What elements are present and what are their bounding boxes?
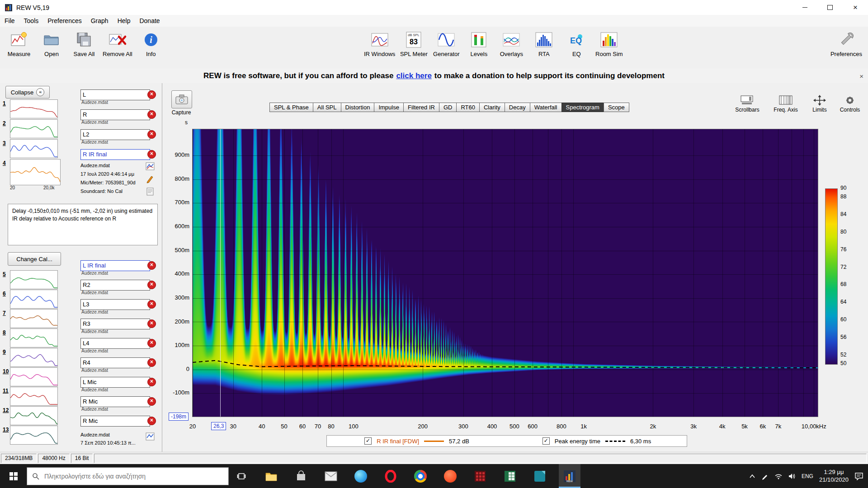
delete-measurement-button[interactable]: ×	[147, 281, 156, 289]
save-all-button[interactable]: Save All	[68, 28, 100, 59]
measurement-thumbnail[interactable]	[10, 99, 58, 118]
tab-decay[interactable]: Decay	[505, 103, 530, 112]
overlays-button[interactable]: Overlays	[495, 28, 528, 59]
red-grid-app-taskbar-icon[interactable]	[469, 464, 491, 488]
tab-scope[interactable]: Scope	[604, 103, 629, 112]
peak-energy-checkbox[interactable]: ✓	[542, 437, 550, 445]
donate-link[interactable]: click here	[396, 71, 431, 80]
measurement-thumbnail[interactable]	[10, 328, 58, 347]
close-button[interactable]: ×	[843, 0, 868, 15]
generator-button[interactable]: Generator	[430, 28, 462, 59]
language-indicator[interactable]: ENG	[802, 473, 813, 479]
edit-pencil-icon[interactable]	[146, 174, 155, 183]
change-cal-button[interactable]: Change Cal...	[8, 252, 61, 266]
measurement-thumbnail[interactable]	[10, 290, 58, 309]
scrollbars-button[interactable]: Scrollbars	[730, 95, 765, 113]
excel-taskbar-icon[interactable]	[499, 464, 521, 488]
measurement-name-field[interactable]: L4	[80, 338, 150, 349]
measurement-notes-icon[interactable]	[146, 187, 155, 196]
menu-tools[interactable]: Tools	[19, 15, 43, 27]
measurement-name-field[interactable]: R2	[80, 280, 150, 291]
ir-windows-button[interactable]: IR Windows	[362, 28, 397, 59]
capture-button[interactable]	[171, 90, 192, 108]
measurement-thumbnail[interactable]	[10, 426, 58, 445]
measurement-thumbnail[interactable]	[10, 387, 58, 406]
delete-measurement-button[interactable]: ×	[147, 358, 156, 367]
opera-taskbar-icon[interactable]	[380, 464, 401, 488]
minimize-button[interactable]	[792, 0, 817, 15]
trace-settings-icon[interactable]	[146, 432, 155, 441]
measurement-name-field-selected[interactable]: R IR final	[80, 149, 150, 160]
delete-measurement-button[interactable]: ×	[147, 397, 156, 406]
measurement-name-field[interactable]: L2	[80, 129, 150, 140]
measurement-thumbnail[interactable]	[10, 348, 58, 367]
measurement-name-field[interactable]: R Mic	[80, 396, 150, 407]
brave-taskbar-icon[interactable]	[439, 464, 461, 488]
delete-measurement-button[interactable]: ×	[147, 300, 156, 309]
menu-preferences[interactable]: Preferences	[43, 15, 86, 27]
maximize-button[interactable]	[817, 0, 843, 15]
measurement-name-field[interactable]: R3	[80, 319, 150, 329]
clock[interactable]: 1:29 μμ 21/10/2020	[819, 469, 849, 484]
taskbar-search[interactable]	[27, 467, 229, 485]
network-wifi-icon[interactable]	[774, 473, 783, 479]
rew-taskbar-icon[interactable]: REW	[559, 464, 580, 488]
task-view-button[interactable]	[231, 464, 252, 488]
rta-button[interactable]: RTA	[528, 28, 560, 59]
room-sim-button[interactable]: Room Sim	[593, 28, 625, 59]
teal-app-taskbar-icon[interactable]	[529, 464, 551, 488]
tab-distortion[interactable]: Distortion	[341, 103, 375, 112]
measurement-thumbnail[interactable]	[10, 309, 58, 328]
delete-measurement-button[interactable]: ×	[147, 417, 156, 425]
controls-button[interactable]: Controls	[832, 95, 868, 113]
measurement-name-field[interactable]: L Mic	[80, 377, 150, 388]
notification-center-icon[interactable]	[854, 472, 863, 480]
measurement-name-field[interactable]: R4	[80, 357, 150, 368]
search-input[interactable]	[43, 472, 223, 480]
volume-icon[interactable]	[788, 473, 796, 479]
measurement-name-field[interactable]: L	[80, 89, 150, 100]
delete-measurement-button[interactable]: ×	[147, 110, 156, 119]
measurement-name-field[interactable]: L IR final	[80, 260, 150, 271]
menu-help[interactable]: Help	[113, 15, 135, 27]
measurement-thumbnail-selected[interactable]	[10, 159, 61, 185]
delete-measurement-button[interactable]: ×	[147, 90, 156, 99]
mail-taskbar-icon[interactable]	[320, 464, 342, 488]
measurement-thumbnail[interactable]	[10, 406, 58, 425]
delete-measurement-button[interactable]: ×	[147, 378, 156, 386]
tab-waterfall[interactable]: Waterfall	[530, 103, 562, 112]
banner-close-button[interactable]: ×	[859, 69, 863, 83]
store-taskbar-icon[interactable]	[290, 464, 312, 488]
menu-file[interactable]: File	[0, 15, 19, 27]
trace-visible-checkbox[interactable]: ✓	[364, 437, 372, 445]
tab-rt60[interactable]: RT60	[456, 103, 480, 112]
edge-taskbar-icon[interactable]	[350, 464, 372, 488]
measurement-thumbnail[interactable]	[10, 367, 58, 386]
hidden-icons-chevron[interactable]	[749, 474, 755, 479]
measurement-name-field[interactable]: R Mic	[80, 416, 150, 427]
delete-measurement-button[interactable]: ×	[147, 150, 156, 159]
measurement-thumbnail[interactable]	[10, 139, 58, 158]
measurement-thumbnail[interactable]	[10, 119, 58, 138]
eq-button[interactable]: EQ EQ	[560, 28, 593, 59]
tab-clarity[interactable]: Clarity	[479, 103, 505, 112]
measurement-thumbnail[interactable]	[10, 270, 58, 289]
info-button[interactable]: i Info	[135, 28, 167, 59]
menu-graph[interactable]: Graph	[86, 15, 113, 27]
preferences-button[interactable]: Preferences	[828, 28, 864, 59]
delete-measurement-button[interactable]: ×	[147, 339, 156, 347]
levels-button[interactable]: Levels	[462, 28, 495, 59]
delete-measurement-button[interactable]: ×	[147, 261, 156, 270]
measurement-name-field[interactable]: L3	[80, 299, 150, 310]
tab-impulse[interactable]: Impulse	[374, 103, 404, 112]
tab-spectrogram[interactable]: Spectrogram	[561, 103, 604, 112]
remove-all-button[interactable]: Remove All	[100, 28, 135, 59]
tab-filtered-ir[interactable]: Filtered IR	[403, 103, 439, 112]
freq-axis-button[interactable]: Freq. Axis	[768, 95, 803, 113]
tab-all-spl[interactable]: All SPL	[313, 103, 341, 112]
spectrogram-canvas[interactable]	[192, 129, 818, 417]
measure-button[interactable]: Measure	[3, 28, 35, 59]
trace-settings-icon[interactable]	[146, 162, 155, 171]
file-explorer-taskbar-icon[interactable]	[260, 464, 282, 488]
tab-spl-phase[interactable]: SPL & Phase	[269, 103, 313, 112]
